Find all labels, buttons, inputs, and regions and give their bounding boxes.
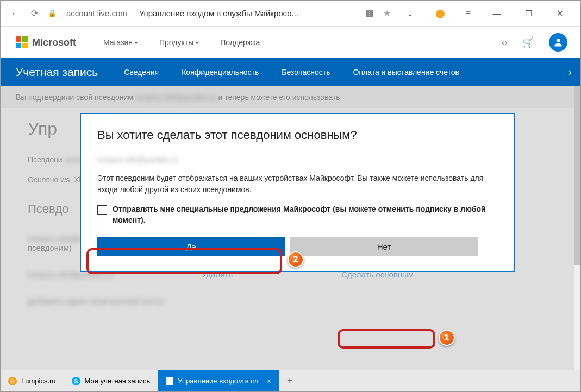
svg-point-0 (557, 39, 560, 42)
yes-button[interactable]: Да (97, 237, 285, 256)
taskbar: Lumpics.ru S Моя учетная запись Управлен… (1, 370, 580, 391)
no-button[interactable]: Нет (290, 237, 478, 256)
menu-icon[interactable]: ≡ (466, 9, 471, 18)
avatar[interactable] (549, 33, 567, 52)
browser-toolbar: ← ⟳ 🔒 account.live.com Управление входом… (1, 1, 580, 27)
offers-checkbox-row: Отправлять мне специальные предложения М… (97, 204, 497, 225)
security-badge-icon[interactable]: ⋮ (366, 10, 373, 17)
brand-text: Microsoft (32, 37, 76, 48)
microsoft-logo[interactable]: Microsoft (16, 36, 76, 48)
header-nav: Магазин▾ Продукты▾ Поддержка (103, 38, 260, 47)
chevron-down-icon: ▾ (135, 40, 138, 46)
microsoft-logo-icon (16, 36, 28, 48)
extension-icon[interactable]: ⬤ (435, 8, 445, 18)
nav-billing[interactable]: Оплата и выставление счетов (353, 68, 460, 77)
new-tab-button[interactable]: + (279, 375, 301, 387)
nav-info[interactable]: Сведения (124, 68, 159, 77)
account-title[interactable]: Учетная запись (16, 66, 98, 79)
nav-security[interactable]: Безопасность (282, 68, 330, 77)
chevron-down-icon: ▾ (196, 40, 198, 46)
lumpics-favicon (8, 377, 17, 385)
url-text[interactable]: account.live.com (66, 9, 127, 18)
nav-products[interactable]: Продукты▾ (159, 38, 198, 47)
skype-icon: S (72, 377, 80, 385)
close-tab-icon[interactable]: × (267, 377, 271, 385)
cart-icon[interactable]: 🛒 (522, 37, 534, 48)
offers-checkbox-label: Отправлять мне специальные предложения М… (113, 204, 497, 225)
bookmark-star-icon[interactable]: ★ (383, 8, 391, 18)
modal-title: Вы хотите сделать этот псевдоним основны… (97, 128, 497, 142)
back-button[interactable]: ← (10, 7, 21, 20)
nav-scroll-right-icon[interactable]: › (568, 67, 572, 78)
taskbar-tab-skype[interactable]: S Моя учетная запись (64, 370, 159, 391)
microsoft-header: Microsoft Магазин▾ Продукты▾ Поддержка ⌕… (1, 27, 580, 58)
nav-support[interactable]: Поддержка (220, 38, 260, 47)
maximize-button[interactable]: ☐ (517, 9, 539, 18)
nav-privacy[interactable]: Конфиденциальность (182, 68, 259, 77)
add-alias-link[interactable]: Добавить адрес электронной почты (28, 296, 164, 306)
offers-checkbox[interactable] (97, 205, 107, 215)
modal-description: Этот псевдоним будет отображаться на ваш… (97, 173, 497, 195)
download-icon[interactable]: ⭳ (406, 9, 415, 18)
minimize-button[interactable]: — (486, 9, 508, 18)
lock-icon: 🔒 (48, 9, 57, 17)
close-window-button[interactable]: ✕ (549, 9, 571, 18)
page-title-text: Управление входом в службы Майкросо... (139, 9, 298, 18)
nav-store[interactable]: Магазин▾ (103, 38, 138, 47)
reload-icon[interactable]: ⟳ (31, 8, 38, 18)
microsoft-favicon (166, 377, 173, 385)
modal-alias: lumpics.site@yandex.ru (97, 155, 497, 164)
annotation-badge-2: 2 (288, 251, 304, 268)
confirm-primary-modal: Вы хотите сделать этот псевдоним основны… (80, 113, 515, 272)
annotation-badge-1: 1 (439, 330, 455, 346)
taskbar-tab-lumpics[interactable]: Lumpics.ru (1, 370, 64, 391)
taskbar-tab-active[interactable]: Управление входом в сл × (158, 370, 279, 391)
account-nav: Учетная запись Сведения Конфиденциальнос… (1, 58, 580, 86)
search-icon[interactable]: ⌕ (502, 37, 507, 48)
